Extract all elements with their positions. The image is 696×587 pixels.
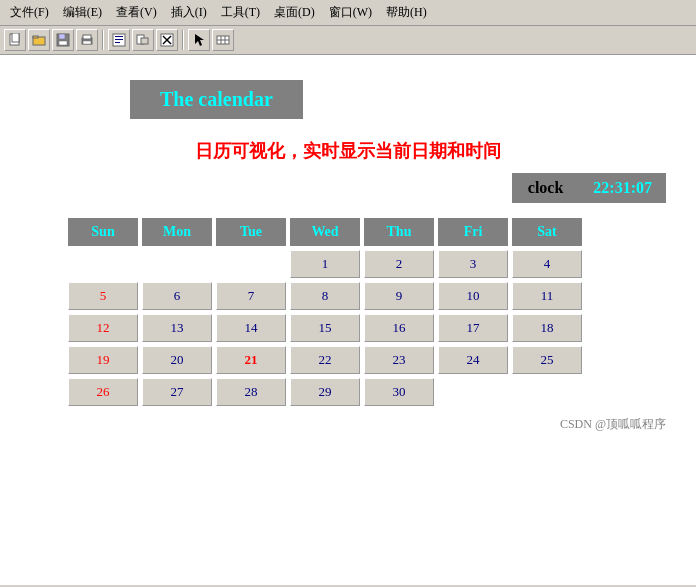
clock-row: clock 22:31:07 — [20, 173, 666, 203]
cal-header-sun: Sun — [68, 218, 138, 246]
menu-desktop[interactable]: 桌面(D) — [268, 2, 321, 23]
svg-rect-11 — [115, 36, 123, 37]
toolbar-btn7[interactable] — [156, 29, 178, 51]
menu-edit[interactable]: 编辑(E) — [57, 2, 108, 23]
page-title: The calendar — [130, 80, 303, 119]
toolbar-print[interactable] — [76, 29, 98, 51]
cal-day-2[interactable]: 2 — [364, 250, 434, 278]
cal-day-4[interactable]: 4 — [512, 250, 582, 278]
svg-marker-19 — [195, 34, 204, 46]
toolbar-new[interactable] — [4, 29, 26, 51]
cal-day-23[interactable]: 23 — [364, 346, 434, 374]
svg-rect-6 — [59, 41, 67, 45]
toolbar-sep1 — [102, 30, 104, 50]
cal-day-16[interactable]: 16 — [364, 314, 434, 342]
cal-day-14[interactable]: 14 — [216, 314, 286, 342]
cal-day-15[interactable]: 15 — [290, 314, 360, 342]
cal-day-8[interactable]: 8 — [290, 282, 360, 310]
cal-day-12[interactable]: 12 — [68, 314, 138, 342]
svg-rect-8 — [83, 35, 91, 39]
menu-insert[interactable]: 插入(I) — [165, 2, 213, 23]
clock-label: clock — [512, 173, 580, 203]
cal-header-mon: Mon — [142, 218, 212, 246]
toolbar-btn6[interactable] — [132, 29, 154, 51]
cal-day-5[interactable]: 5 — [68, 282, 138, 310]
calendar: Sun Mon Tue Wed Thu Fri Sat 1 2 3 4 5 6 … — [68, 218, 628, 406]
cal-day-1[interactable]: 1 — [290, 250, 360, 278]
cal-day-20[interactable]: 20 — [142, 346, 212, 374]
watermark: CSDN @顶呱呱程序 — [20, 416, 676, 433]
toolbar-btn5[interactable] — [108, 29, 130, 51]
cal-header-thu: Thu — [364, 218, 434, 246]
cal-empty — [512, 378, 582, 406]
svg-rect-12 — [115, 39, 123, 40]
toolbar — [0, 26, 696, 55]
svg-rect-9 — [83, 41, 91, 44]
toolbar-sep2 — [182, 30, 184, 50]
menu-view[interactable]: 查看(V) — [110, 2, 163, 23]
cal-day-19[interactable]: 19 — [68, 346, 138, 374]
calendar-grid: Sun Mon Tue Wed Thu Fri Sat 1 2 3 4 5 6 … — [68, 218, 628, 406]
cal-day-18[interactable]: 18 — [512, 314, 582, 342]
menubar: 文件(F) 编辑(E) 查看(V) 插入(I) 工具(T) 桌面(D) 窗口(W… — [0, 0, 696, 26]
cal-empty — [438, 378, 508, 406]
page-subtitle: 日历可视化，实时显示当前日期和时间 — [20, 139, 676, 163]
svg-rect-13 — [115, 42, 120, 43]
cal-day-26[interactable]: 26 — [68, 378, 138, 406]
cal-day-9[interactable]: 9 — [364, 282, 434, 310]
cal-day-6[interactable]: 6 — [142, 282, 212, 310]
cal-header-wed: Wed — [290, 218, 360, 246]
cal-empty — [68, 250, 138, 278]
toolbar-cursor[interactable] — [188, 29, 210, 51]
main-content: The calendar 日历可视化，实时显示当前日期和时间 clock 22:… — [0, 55, 696, 585]
cal-day-13[interactable]: 13 — [142, 314, 212, 342]
toolbar-open[interactable] — [28, 29, 50, 51]
cal-day-3[interactable]: 3 — [438, 250, 508, 278]
svg-rect-1 — [12, 33, 19, 42]
menu-window[interactable]: 窗口(W) — [323, 2, 378, 23]
cal-header-sat: Sat — [512, 218, 582, 246]
cal-header-fri: Fri — [438, 218, 508, 246]
cal-day-29[interactable]: 29 — [290, 378, 360, 406]
menu-help[interactable]: 帮助(H) — [380, 2, 433, 23]
cal-day-17[interactable]: 17 — [438, 314, 508, 342]
cal-day-28[interactable]: 28 — [216, 378, 286, 406]
toolbar-save[interactable] — [52, 29, 74, 51]
toolbar-btn9[interactable] — [212, 29, 234, 51]
menu-file[interactable]: 文件(F) — [4, 2, 55, 23]
cal-day-22[interactable]: 22 — [290, 346, 360, 374]
cal-day-11[interactable]: 11 — [512, 282, 582, 310]
svg-rect-5 — [59, 34, 65, 39]
cal-header-tue: Tue — [216, 218, 286, 246]
cal-day-30[interactable]: 30 — [364, 378, 434, 406]
cal-day-21-today[interactable]: 21 — [216, 346, 286, 374]
cal-day-10[interactable]: 10 — [438, 282, 508, 310]
clock-value: 22:31:07 — [579, 173, 666, 203]
menu-tools[interactable]: 工具(T) — [215, 2, 266, 23]
svg-rect-3 — [33, 36, 38, 38]
cal-empty — [142, 250, 212, 278]
cal-day-25[interactable]: 25 — [512, 346, 582, 374]
cal-empty — [216, 250, 286, 278]
cal-day-27[interactable]: 27 — [142, 378, 212, 406]
svg-rect-15 — [141, 38, 148, 44]
cal-day-24[interactable]: 24 — [438, 346, 508, 374]
cal-day-7[interactable]: 7 — [216, 282, 286, 310]
